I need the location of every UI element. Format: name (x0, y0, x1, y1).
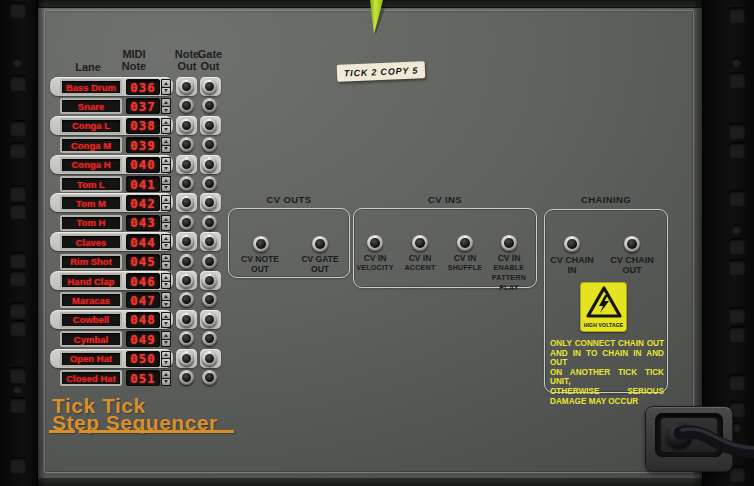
midi-note-increment-button[interactable] (162, 177, 170, 184)
note-out-jack[interactable] (179, 292, 194, 307)
midi-note-decrement-button[interactable] (162, 165, 170, 172)
note-out-jack[interactable] (179, 370, 194, 385)
note-out-jack[interactable] (179, 157, 194, 172)
midi-note-decrement-button[interactable] (162, 204, 170, 211)
midi-note-display[interactable]: 039 (126, 137, 160, 153)
midi-note-display[interactable]: 045 (126, 254, 160, 270)
midi-note-decrement-button[interactable] (162, 185, 170, 192)
midi-note-display[interactable]: 047 (126, 292, 160, 308)
lane-name-text: Hand Clap (68, 276, 115, 287)
gate-out-jack[interactable] (202, 118, 217, 133)
lane-name-text: Tom L (77, 179, 105, 190)
midi-note-display[interactable]: 042 (126, 195, 160, 211)
midi-note-decrement-button[interactable] (162, 301, 170, 308)
cv-chain-out-jack[interactable] (624, 236, 640, 252)
midi-note-display[interactable]: 051 (126, 370, 160, 386)
midi-note-display[interactable]: 038 (126, 118, 160, 134)
gate-out-jack[interactable] (202, 292, 217, 307)
gate-out-jack[interactable] (202, 273, 217, 288)
patch-cable-green[interactable] (358, 0, 392, 40)
gate-out-jack[interactable] (202, 98, 217, 113)
note-out-jack[interactable] (179, 98, 194, 113)
cv-note-out-jack[interactable] (253, 236, 269, 252)
note-out-jack[interactable] (179, 215, 194, 230)
gate-out-jack[interactable] (202, 351, 217, 366)
rail-hole (729, 326, 745, 341)
lane-name-text: Tom M (76, 198, 106, 209)
midi-note-decrement-button[interactable] (162, 320, 170, 327)
midi-note-increment-button[interactable] (162, 313, 170, 320)
gate-out-jack[interactable] (202, 157, 217, 172)
midi-note-increment-button[interactable] (162, 99, 170, 106)
note-out-jack[interactable] (179, 118, 194, 133)
midi-note-increment-button[interactable] (162, 371, 170, 378)
midi-note-decrement-button[interactable] (162, 223, 170, 230)
cv-gate-out-label-l2: OUT (291, 264, 349, 274)
midi-note-increment-button[interactable] (162, 255, 170, 262)
midi-note-increment-button[interactable] (162, 138, 170, 145)
midi-note-display[interactable]: 049 (126, 331, 160, 347)
note-out-jack[interactable] (179, 137, 194, 152)
gate-out-jack[interactable] (202, 215, 217, 230)
rail-hole (10, 367, 26, 382)
midi-note-increment-button[interactable] (162, 352, 170, 359)
lane-row: Tom L 041 (50, 175, 222, 193)
gate-out-jack[interactable] (202, 79, 217, 94)
midi-note-increment-button[interactable] (162, 274, 170, 281)
cv-chain-in-jack[interactable] (564, 236, 580, 252)
midi-note-increment-button[interactable] (162, 119, 170, 126)
gate-out-jack[interactable] (202, 312, 217, 327)
midi-note-increment-button[interactable] (162, 216, 170, 223)
midi-note-decrement-button[interactable] (162, 146, 170, 153)
gate-out-jack[interactable] (202, 176, 217, 191)
note-out-jack[interactable] (179, 254, 194, 269)
cv-gate-out-jack[interactable] (312, 236, 328, 252)
gate-out-jack[interactable] (202, 137, 217, 152)
midi-note-spinner (161, 351, 171, 367)
midi-note-display[interactable]: 041 (126, 176, 160, 192)
midi-note-increment-button[interactable] (162, 332, 170, 339)
midi-note-increment-button[interactable] (162, 158, 170, 165)
gate-out-jack[interactable] (202, 331, 217, 346)
midi-note-decrement-button[interactable] (162, 340, 170, 347)
midi-note-decrement-button[interactable] (162, 262, 170, 269)
cv-in-velocity-jack[interactable] (367, 235, 383, 251)
note-out-jack[interactable] (179, 273, 194, 288)
midi-note-spinner (161, 195, 171, 211)
cv-in-shuffle-jack[interactable] (457, 235, 473, 251)
midi-note-spinner (161, 312, 171, 328)
lane-row: Closed Hat 051 (50, 369, 222, 387)
gate-out-jack[interactable] (202, 254, 217, 269)
midi-note-display[interactable]: 050 (126, 351, 160, 367)
midi-note-increment-button[interactable] (162, 80, 170, 87)
midi-note-increment-button[interactable] (162, 293, 170, 300)
midi-note-display[interactable]: 036 (126, 79, 160, 95)
lane-row: Tom H 043 (50, 214, 222, 232)
cv-in-accent-jack[interactable] (412, 235, 428, 251)
midi-note-decrement-button[interactable] (162, 243, 170, 250)
note-out-jack[interactable] (179, 351, 194, 366)
note-out-jack[interactable] (179, 176, 194, 191)
midi-note-display[interactable]: 043 (126, 215, 160, 231)
lane-name-text: Rim Shot (70, 256, 112, 267)
midi-note-display[interactable]: 044 (126, 234, 160, 250)
note-out-jack[interactable] (179, 79, 194, 94)
midi-note-decrement-button[interactable] (162, 379, 170, 386)
cv-gate-out-label-l1: CV GATE (291, 254, 349, 264)
midi-note-display[interactable]: 048 (126, 312, 160, 328)
midi-note-increment-button[interactable] (162, 235, 170, 242)
midi-note-decrement-button[interactable] (162, 359, 170, 366)
midi-note-display[interactable]: 040 (126, 157, 160, 173)
midi-note-decrement-button[interactable] (162, 126, 170, 133)
midi-note-display[interactable]: 046 (126, 273, 160, 289)
midi-note-decrement-button[interactable] (162, 88, 170, 95)
power-cable[interactable] (640, 400, 754, 486)
midi-note-decrement-button[interactable] (162, 282, 170, 289)
note-out-jack[interactable] (179, 312, 194, 327)
midi-note-decrement-button[interactable] (162, 107, 170, 114)
gate-out-jack[interactable] (202, 370, 217, 385)
midi-note-display[interactable]: 037 (126, 98, 160, 114)
cv-in-enable-pattern-play-jack[interactable] (501, 235, 517, 251)
midi-note-increment-button[interactable] (162, 196, 170, 203)
note-out-jack[interactable] (179, 331, 194, 346)
